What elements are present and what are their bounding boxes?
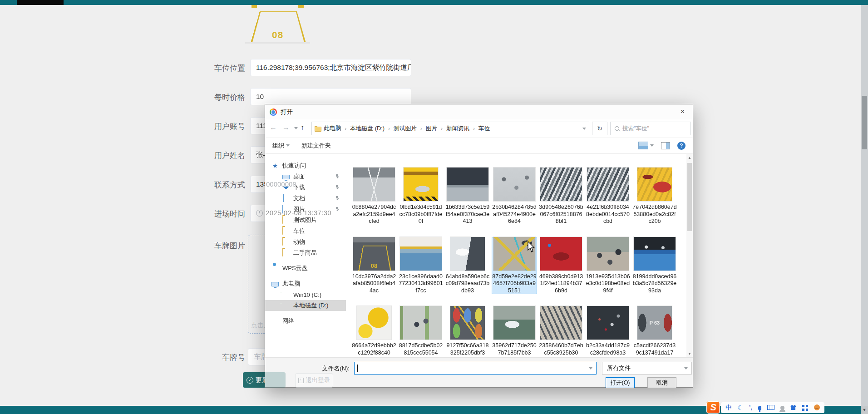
file-item[interactable]: 8199ddd0aced96b3a5c78d56329e93da [632, 237, 677, 295]
file-item[interactable]: 8664a72d9ebbb2c1292f88c40 [351, 306, 397, 356]
file-item[interactable]: 9127f50c66a318325f2205dbf3 [445, 306, 490, 356]
file-item[interactable]: P 63c5acdf266237d39c137491da17 [632, 306, 677, 356]
close-icon[interactable]: × [672, 104, 693, 119]
file-name: b2c33a4dd187c9c28cfded98a3 [586, 342, 630, 356]
file-name: 10dc3976a2dda2afab85008f6feb44ac [352, 273, 396, 295]
file-thumbnail [587, 168, 629, 201]
sidebar-item-downloads[interactable]: 下载 [265, 182, 346, 193]
star-icon: ★ [271, 162, 279, 169]
sidebar-item-network[interactable]: 网络 [265, 315, 346, 326]
sidebar-item-documents[interactable]: 文档 [265, 193, 346, 204]
scrollbar-thumb[interactable] [687, 163, 692, 231]
crumb-separator: › [343, 126, 348, 131]
address-caret-icon[interactable] [582, 128, 586, 130]
sidebar-item-secondhand[interactable]: 二手商品 [265, 247, 346, 258]
new-folder-button[interactable]: 新建文件夹 [301, 142, 331, 150]
file-item[interactable]: 2b30b46284785daf045274e4900e6e84 [492, 168, 537, 225]
breadcrumb-parking[interactable]: 车位 [478, 125, 490, 133]
sidebar-item-parking[interactable]: 车位 [265, 226, 346, 237]
punctuation-icon[interactable]: ’, [749, 402, 752, 413]
history-caret-icon[interactable] [294, 127, 298, 129]
thumbnail-view-icon [638, 142, 648, 149]
file-item[interactable]: b2c33a4dd187c9c28cfded98a3 [585, 306, 631, 356]
file-area-scrollbar[interactable]: ▲ ▼ [686, 154, 693, 358]
page-scroll-down-icon[interactable]: ▼ [861, 406, 868, 414]
organize-button[interactable]: 组织 [272, 142, 290, 150]
file-item[interactable]: 23c1ce896daad077230413d99601f7cc [398, 237, 444, 295]
filename-caret-icon[interactable] [589, 367, 592, 370]
scroll-up-icon[interactable]: ▲ [686, 155, 693, 161]
scroll-down-icon[interactable]: ▼ [686, 351, 693, 357]
sidebar-item-local-disk-d[interactable]: 本地磁盘 (D:) [265, 300, 346, 311]
sidebar-item-desktop[interactable]: 桌面 [265, 171, 346, 182]
cancel-button[interactable]: 取消 [647, 377, 676, 388]
skin-icon[interactable] [790, 405, 796, 410]
file-item[interactable]: 64abd8a590eb6cc09d798eaad73bdb93 [445, 237, 490, 295]
back-icon[interactable]: ← [270, 123, 277, 132]
sidebar-item-quick-access[interactable]: ★快速访问 [265, 160, 346, 171]
file-thumbnail [634, 237, 676, 271]
computer-icon [271, 282, 279, 286]
preview-pane-icon[interactable] [661, 142, 670, 149]
open-button[interactable]: 打开(O) [606, 377, 635, 388]
file-type-select[interactable]: 所有文件 [602, 362, 692, 375]
view-mode-button[interactable] [638, 142, 654, 149]
file-item[interactable]: 8817d5cdbe5b02815cec55054 [398, 306, 444, 356]
up-icon[interactable]: ↑ [301, 123, 304, 132]
sidebar-item-wps-cloud[interactable]: WPS云盘 [265, 263, 346, 274]
page-scrollbar[interactable] [861, 5, 868, 406]
file-item[interactable]: 4e21f6b30ff80348ebde0014cc570cbd [585, 168, 631, 225]
search-box[interactable]: 搜索"车位" [610, 122, 691, 135]
file-item[interactable]: 469b389cb0d9131f24ed11894b376b9d [538, 237, 584, 295]
breadcrumb-this-pc[interactable]: 此电脑 [324, 125, 341, 133]
sidebar-item-win10-c[interactable]: Win10 (C:) [265, 289, 346, 300]
open-file-dialog: 打开 × ← → ↑ 此电脑› 本地磁盘 (D:)› 测试图片› 图片› 新闻资… [265, 104, 693, 388]
file-name: 3d90548e26076b067c6f025188768bf1 [539, 204, 583, 225]
filename-input[interactable] [355, 362, 582, 374]
breadcrumb-news[interactable]: 新闻资讯 [446, 125, 469, 133]
refresh-button[interactable]: ↻ [592, 122, 607, 135]
forward-icon[interactable]: → [282, 123, 290, 132]
microphone-icon[interactable] [758, 406, 761, 410]
label-parking-location: 车位位置 [182, 63, 245, 74]
sidebar-item-animals[interactable]: 动物 [265, 237, 346, 247]
label-user-name: 用户姓名 [182, 150, 245, 161]
account-icon[interactable] [780, 406, 784, 410]
sidebar-item-this-pc[interactable]: 此电脑 [265, 278, 346, 289]
file-item[interactable]: 1913e935413b06e3c0d198be08ed9f4f [585, 237, 631, 295]
breadcrumb-drive-d[interactable]: 本地磁盘 (D:) [350, 125, 385, 133]
file-item[interactable]: 7e7042db860e7d53880ed0a2c82fc20b [632, 168, 677, 225]
file-thumbnail [400, 306, 442, 340]
breadcrumb-test-images[interactable]: 测试图片 [394, 125, 417, 133]
help-icon[interactable]: ? [677, 142, 686, 150]
pin-icon [335, 207, 340, 211]
keyboard-icon[interactable] [767, 405, 774, 410]
sogou-logo[interactable]: S [706, 401, 720, 414]
mouse-cursor [528, 241, 536, 255]
file-item[interactable]: 0b8804e27904dca2efc2159d9ee4cfed [351, 168, 397, 225]
breadcrumb-pictures[interactable]: 图片 [426, 125, 438, 133]
hourly-price-input[interactable]: 10 [250, 88, 411, 105]
moon-icon[interactable]: ☾ [737, 402, 743, 413]
ime-lang-icon[interactable]: 中 [725, 402, 731, 413]
file-item[interactable]: 1b633d73c5e159f54ae0f370cae3e413 [445, 168, 490, 225]
file-type-caret-icon [684, 367, 688, 370]
toolbox-icon[interactable] [802, 405, 804, 407]
address-bar[interactable]: 此电脑› 本地磁盘 (D:)› 测试图片› 图片› 新闻资讯› 车位 [311, 122, 589, 135]
page-scrollbar-thumb[interactable] [862, 96, 867, 149]
dialog-titlebar[interactable]: 打开 × [265, 104, 693, 119]
label-hourly-price: 每时价格 [182, 92, 245, 103]
file-item[interactable]: 0fbd1e3d4c591dcc78c09b0fff7fde0f [398, 168, 444, 225]
top-black-box [17, 0, 64, 5]
emoji-icon[interactable] [814, 404, 820, 410]
sidebar-item-pictures[interactable]: 图片 [265, 204, 346, 215]
file-item[interactable]: 35962d717de2507b7185f7bb3 [492, 306, 537, 356]
filename-combobox [354, 362, 597, 375]
file-item[interactable]: 23586460b7d7ebc55c8925b30 [538, 306, 584, 356]
file-item[interactable]: 3d90548e26076b067c6f025188768bf1 [538, 168, 584, 225]
desktop-icon [282, 175, 290, 179]
sidebar-item-test-images[interactable]: 测试图片 [265, 215, 346, 226]
file-item[interactable]: 0810dc3976a2dda2afab85008f6feb44ac [351, 237, 397, 295]
parking-location-input[interactable]: 116.298178;39.956763;北京市海淀区紫竹院街道厂洼西街 [250, 59, 411, 76]
dialog-title: 打开 [281, 108, 293, 116]
